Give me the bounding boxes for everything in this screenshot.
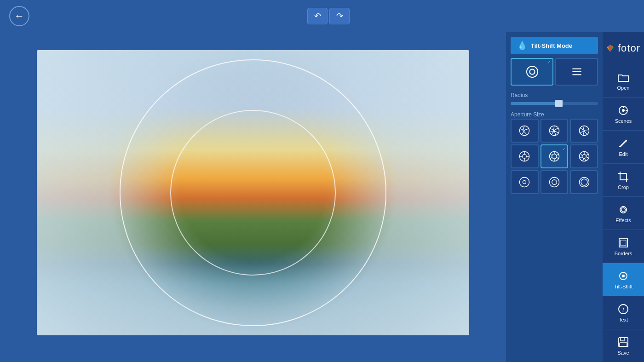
radius-label: Radius — [511, 91, 598, 99]
sidebar-borders-label: Borders — [615, 251, 632, 256]
logo-text: fotor — [618, 42, 640, 54]
aperture-btn-7[interactable] — [511, 170, 539, 194]
open-folder-svg — [617, 71, 629, 83]
sidebar-item-crop[interactable]: Crop — [603, 164, 644, 197]
svg-line-10 — [520, 129, 525, 131]
drop-icon: 💧 — [517, 40, 527, 51]
aperture-7-icon — [518, 176, 531, 189]
canvas-area — [0, 32, 506, 362]
svg-line-40 — [582, 158, 584, 161]
sidebar-item-open[interactable]: Open — [603, 64, 644, 98]
svg-line-7 — [524, 129, 529, 131]
aperture-btn-1[interactable] — [511, 119, 539, 143]
sidebar-item-effects[interactable]: Effects — [603, 197, 644, 230]
sidebar-item-tiltshift[interactable]: Tilt-Shift — [603, 263, 644, 296]
logo: fotor — [603, 32, 644, 64]
svg-point-0 — [527, 66, 538, 77]
svg-line-29 — [556, 154, 558, 156]
shape-linear-button[interactable] — [555, 58, 598, 86]
svg-rect-69 — [619, 338, 628, 347]
aperture-3-icon — [578, 124, 591, 137]
crop-svg — [617, 171, 629, 183]
svg-point-21 — [523, 155, 527, 159]
tools-panel: 💧 Tilt-Shift Mode ✓ — [506, 32, 603, 362]
svg-point-35 — [582, 155, 586, 159]
aperture-5-icon — [548, 150, 561, 163]
sidebar: fotor Open — [603, 32, 644, 362]
folder-icon — [617, 71, 629, 83]
mode-label: Tilt-Shift Mode — [531, 42, 572, 49]
edit-svg — [617, 138, 629, 149]
svg-line-42 — [580, 154, 582, 155]
sidebar-item-save[interactable]: Save — [603, 329, 644, 362]
redo-button[interactable]: ↷ — [329, 8, 350, 24]
crop-icon — [617, 171, 629, 183]
image-canvas[interactable] — [37, 50, 469, 335]
svg-text:T: T — [621, 306, 625, 313]
save-icon — [617, 336, 629, 348]
svg-point-43 — [520, 178, 529, 187]
check-mark: ✓ — [547, 60, 551, 65]
undo-button[interactable]: ↶ — [307, 8, 328, 24]
logo-gem-icon — [606, 40, 614, 57]
borders-svg — [617, 237, 629, 249]
svg-point-46 — [552, 180, 557, 185]
sidebar-tiltshift-label: Tilt-Shift — [614, 284, 632, 289]
aperture-btn-2[interactable] — [540, 119, 569, 143]
text-icon: T — [617, 303, 629, 315]
svg-point-1 — [529, 69, 535, 74]
back-button[interactable]: ← — [9, 6, 29, 26]
sidebar-item-text[interactable]: T Text — [603, 296, 644, 329]
svg-line-13 — [554, 128, 558, 131]
svg-rect-71 — [620, 343, 627, 346]
sidebar-item-edit[interactable]: Edit — [603, 131, 644, 164]
aperture-btn-4[interactable] — [511, 144, 539, 168]
aperture-btn-3[interactable] — [570, 119, 598, 143]
svg-line-9 — [522, 131, 524, 135]
scenes-svg — [617, 104, 629, 116]
shape-options: ✓ — [511, 58, 598, 86]
circular-shape-icon — [525, 64, 540, 79]
tilt-shift-mode-button[interactable]: 💧 Tilt-Shift Mode — [511, 37, 598, 54]
effects-svg — [617, 204, 629, 216]
aperture-4-icon — [518, 150, 531, 163]
scenes-icon — [617, 104, 629, 116]
effects-icon — [617, 204, 629, 216]
sidebar-open-label: Open — [617, 85, 630, 91]
sidebar-effects-label: Effects — [615, 218, 631, 223]
edit-icon — [617, 138, 629, 149]
aperture-section: Aperture Size — [511, 110, 598, 194]
radius-slider-track — [511, 102, 598, 105]
sidebar-scenes-label: Scenes — [615, 118, 632, 124]
tiltshift-svg — [617, 270, 629, 282]
tiltshift-icon — [617, 270, 629, 282]
svg-point-27 — [552, 154, 557, 159]
svg-line-37 — [586, 154, 588, 155]
shape-circular-button[interactable]: ✓ — [511, 58, 553, 86]
aperture-6-icon — [578, 150, 591, 163]
aperture-label: Aperture Size — [511, 110, 598, 119]
sidebar-item-scenes[interactable]: Scenes — [603, 98, 644, 131]
radius-slider-fill — [511, 102, 559, 105]
save-svg — [617, 336, 629, 348]
aperture-btn-6[interactable] — [570, 144, 598, 168]
aperture-grid: ✓ — [511, 119, 598, 194]
aperture-btn-5[interactable]: ✓ — [540, 144, 569, 168]
aperture-btn-9[interactable] — [570, 170, 598, 194]
svg-line-30 — [556, 157, 558, 159]
aperture-check: ✓ — [562, 146, 566, 151]
svg-point-48 — [581, 179, 587, 185]
sidebar-save-label: Save — [617, 350, 629, 356]
sidebar-edit-label: Edit — [619, 151, 628, 157]
aperture-btn-8[interactable] — [540, 170, 569, 194]
aperture-8-icon — [548, 176, 561, 189]
svg-line-39 — [585, 158, 586, 161]
sidebar-crop-label: Crop — [618, 184, 629, 190]
aperture-2-icon — [548, 124, 561, 137]
svg-line-12 — [553, 126, 554, 131]
sidebar-item-borders[interactable]: Borders — [603, 230, 644, 263]
text-svg: T — [617, 303, 629, 315]
radius-slider-thumb[interactable] — [555, 100, 563, 107]
svg-line-32 — [550, 157, 552, 159]
aperture-9-icon — [578, 176, 591, 189]
